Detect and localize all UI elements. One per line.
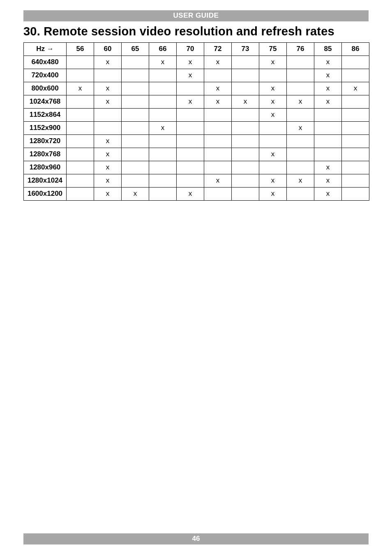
table-cell: x	[259, 95, 287, 109]
table-cell	[67, 188, 94, 201]
table-cell	[177, 122, 204, 135]
table-cell	[232, 161, 259, 174]
table-cell	[67, 69, 94, 82]
table-cell: x	[314, 95, 342, 109]
col-header: 66	[149, 43, 177, 56]
table-cell	[232, 135, 259, 148]
table-cell: x	[149, 122, 177, 135]
table-cell	[342, 122, 369, 135]
table-cell	[342, 148, 369, 161]
table-cell: x	[342, 82, 369, 95]
table-cell	[177, 174, 204, 188]
table-cell	[232, 188, 259, 201]
table-cell: x	[287, 122, 314, 135]
table-cell	[259, 69, 287, 82]
table-cell: x	[177, 188, 204, 201]
table-cell: x	[177, 56, 204, 69]
table-cell	[149, 188, 177, 201]
table-cell	[122, 122, 149, 135]
table-cell	[67, 109, 94, 122]
table-cell: x	[204, 95, 232, 109]
table-row: 1280x720x	[24, 135, 369, 148]
table-cell: x	[94, 174, 122, 188]
col-header: 60	[94, 43, 122, 56]
table-cell	[204, 109, 232, 122]
table-row: 720x400xx	[24, 69, 369, 82]
table-cell	[122, 69, 149, 82]
header-banner: USER GUIDE	[23, 10, 369, 21]
table-cell: x	[94, 95, 122, 109]
table-cell	[314, 135, 342, 148]
table-cell: x	[204, 174, 232, 188]
row-header: 1280x960	[24, 161, 67, 174]
table-cell: x	[122, 188, 149, 201]
table-row: 1280x768xx	[24, 148, 369, 161]
table-cell	[149, 148, 177, 161]
table-cell	[122, 95, 149, 109]
table-cell: x	[94, 56, 122, 69]
table-cell: x	[204, 82, 232, 95]
table-cell	[149, 174, 177, 188]
table-row: 640x480xxxxxx	[24, 56, 369, 69]
table-header-row: Hz → 56 60 65 66 70 72 73 75 76 85 86	[24, 43, 369, 56]
resolution-table: Hz → 56 60 65 66 70 72 73 75 76 85 86 64…	[23, 42, 369, 201]
table-cell	[204, 122, 232, 135]
table-cell: x	[314, 161, 342, 174]
table-cell	[122, 148, 149, 161]
table-cell: x	[94, 82, 122, 95]
table-cell: x	[314, 174, 342, 188]
table-cell	[149, 69, 177, 82]
table-cell: x	[67, 82, 94, 95]
table-cell	[149, 161, 177, 174]
section-heading: 30. Remote session video resolution and …	[23, 25, 369, 38]
table-cell	[314, 122, 342, 135]
col-header: 70	[177, 43, 204, 56]
table-cell	[287, 161, 314, 174]
table-row: 1280x960xx	[24, 161, 369, 174]
col-header: 86	[342, 43, 369, 56]
table-cell	[314, 148, 342, 161]
row-header: 1280x1024	[24, 174, 67, 188]
row-header: 1024x768	[24, 95, 67, 109]
table-cell	[122, 109, 149, 122]
table-cell	[67, 56, 94, 69]
table-row: 1024x768xxxxxxx	[24, 95, 369, 109]
page: USER GUIDE 30. Remote session video reso…	[0, 0, 392, 556]
table-row: 800x600xxxxxx	[24, 82, 369, 95]
table-cell	[177, 135, 204, 148]
table-cell	[342, 109, 369, 122]
table-cell: x	[149, 56, 177, 69]
table-cell	[342, 161, 369, 174]
table-cell	[67, 135, 94, 148]
table-cell: x	[94, 188, 122, 201]
table-cell	[259, 122, 287, 135]
table-cell: x	[94, 148, 122, 161]
table-cell	[122, 135, 149, 148]
table-cell	[177, 161, 204, 174]
col-header: 72	[204, 43, 232, 56]
col-header: 56	[67, 43, 94, 56]
table-cell	[287, 148, 314, 161]
table-cell	[67, 148, 94, 161]
table-cell	[259, 135, 287, 148]
table-cell	[94, 69, 122, 82]
table-cell	[67, 95, 94, 109]
table-cell: x	[287, 174, 314, 188]
table-cell	[287, 82, 314, 95]
table-cell	[67, 122, 94, 135]
table-cell	[177, 148, 204, 161]
table-row: 1280x1024xxxxx	[24, 174, 369, 188]
table-cell	[342, 174, 369, 188]
table-cell	[287, 109, 314, 122]
table-cell: x	[94, 135, 122, 148]
table-body: 640x480xxxxxx720x400xx800x600xxxxxx1024x…	[24, 56, 369, 201]
table-cell	[149, 95, 177, 109]
table-cell	[94, 122, 122, 135]
row-header: 720x400	[24, 69, 67, 82]
row-header: 1600x1200	[24, 188, 67, 201]
hz-header-cell: Hz →	[24, 43, 67, 56]
table-cell: x	[259, 174, 287, 188]
footer: 46	[23, 533, 369, 544]
table-cell	[342, 69, 369, 82]
page-number-banner: 46	[23, 533, 369, 544]
